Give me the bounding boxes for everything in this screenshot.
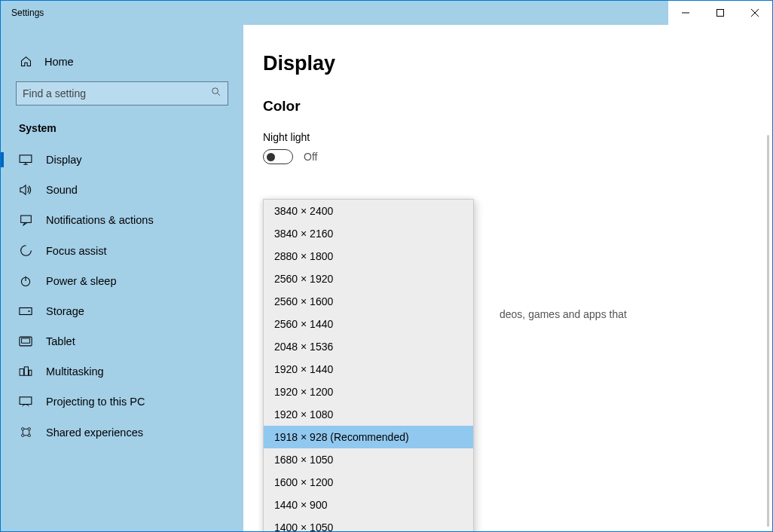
search-container [1,81,243,122]
resolution-option[interactable]: 1920 × 1440 [264,358,473,381]
resolution-option[interactable]: 1600 × 1200 [264,471,473,494]
window-controls [668,1,772,25]
nav-item-shared-experiences[interactable]: Shared experiences [1,417,243,448]
resolution-option[interactable]: 1920 × 1200 [264,381,473,403]
nav-item-power-sleep[interactable]: Power & sleep [1,266,243,296]
nav-item-tablet[interactable]: Tablet [1,326,243,356]
projecting-icon [19,396,32,407]
resolution-option[interactable]: 2048 × 1536 [264,335,473,358]
home-label: Home [44,56,74,68]
svg-point-13 [28,310,29,312]
night-light-state: Off [304,151,317,163]
resolution-option[interactable]: 1920 × 1080 [264,403,473,426]
svg-rect-16 [20,369,23,376]
power-icon [19,275,32,287]
night-light-toggle[interactable] [263,149,293,164]
night-light-toggle-row: Off [263,149,772,164]
resolution-option[interactable]: 3840 × 2160 [264,222,473,245]
tablet-icon [19,336,32,347]
partial-text: deos, games and apps that [500,308,627,320]
nav-item-multitasking[interactable]: Multitasking [1,356,243,387]
svg-line-5 [217,93,220,96]
svg-point-22 [21,434,23,436]
nav-item-storage[interactable]: Storage [1,296,243,326]
section-title: System [1,122,243,145]
resolution-option[interactable]: 2560 × 1920 [264,268,473,290]
svg-rect-17 [24,367,28,375]
svg-point-4 [212,88,218,94]
resolution-option[interactable]: 1400 × 1050 [264,516,473,531]
nav-item-label: Power & sleep [46,275,117,287]
svg-rect-6 [20,155,32,163]
nav-item-label: Multitasking [46,365,104,378]
search-icon [211,87,222,100]
nav-item-notifications-actions[interactable]: Notifications & actions [1,205,243,235]
svg-rect-12 [20,308,32,315]
resolution-dropdown[interactable]: 3840 × 24003840 × 21602880 × 18002560 × … [263,199,474,531]
svg-rect-18 [29,370,32,375]
nav-item-label: Projecting to this PC [46,396,145,408]
shared-icon [19,426,32,439]
section-heading-color: Color [263,98,772,115]
resolution-option[interactable]: 3840 × 2400 [264,200,473,222]
scrollbar[interactable] [767,135,769,527]
resolution-option[interactable]: 1680 × 1050 [264,448,473,471]
night-light-label: Night light [263,131,772,143]
settings-window: Settings Home [0,0,773,532]
nav-item-label: Focus assist [46,245,107,257]
search-box[interactable] [16,81,228,105]
nav-item-label: Shared experiences [46,427,143,439]
search-input[interactable] [23,87,211,99]
nav-item-label: Display [46,154,82,166]
svg-point-20 [21,428,23,430]
nav-item-label: Storage [46,305,84,317]
svg-rect-19 [20,397,32,405]
close-button[interactable] [738,1,772,25]
svg-rect-9 [20,216,31,222]
nav-item-projecting-to-this-pc[interactable]: Projecting to this PC [1,387,243,417]
resolution-option[interactable]: 2880 × 1800 [264,245,473,268]
page-title: Display [263,52,772,75]
resolution-option[interactable]: 2560 × 1440 [264,313,473,335]
home-link[interactable]: Home [1,49,243,81]
nav-item-display[interactable]: Display [1,145,243,175]
sidebar: Home System DisplaySoundNotifications & … [1,25,243,531]
main-content: Display Color Night light Off deos, game… [243,25,772,531]
resolution-option[interactable]: 2560 × 1600 [264,290,473,313]
resolution-option[interactable]: 1440 × 900 [264,494,473,516]
titlebar: Settings [1,1,772,25]
storage-icon [19,307,32,316]
display-icon [19,154,32,165]
maximize-button[interactable] [703,1,738,25]
window-title: Settings [1,8,44,18]
svg-rect-15 [22,338,30,343]
nav-item-label: Notifications & actions [46,214,154,226]
resolution-option[interactable]: 1918 × 928 (Recommended) [264,426,473,448]
nav-item-focus-assist[interactable]: Focus assist [1,235,243,266]
svg-point-21 [28,428,30,430]
body: Home System DisplaySoundNotifications & … [1,25,772,531]
nav-item-sound[interactable]: Sound [1,175,243,205]
sound-icon [19,184,32,196]
home-icon [19,55,32,68]
notifications-icon [19,214,32,226]
multitasking-icon [19,366,32,377]
svg-rect-1 [717,10,724,17]
nav-list: DisplaySoundNotifications & actionsFocus… [1,145,243,448]
minimize-button[interactable] [668,1,703,25]
focus-assist-icon [19,244,32,257]
nav-item-label: Sound [46,184,78,196]
svg-point-23 [28,434,30,436]
nav-item-label: Tablet [46,335,75,347]
